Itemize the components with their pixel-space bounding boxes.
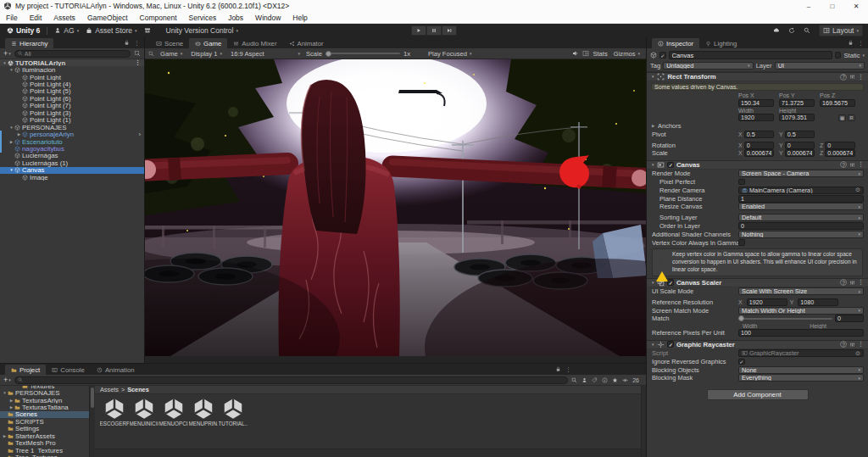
render-mode-dropdown[interactable]: Screen Space - Camera▾ bbox=[738, 170, 864, 177]
step-button[interactable] bbox=[442, 25, 457, 36]
plane-distance-field[interactable] bbox=[738, 195, 864, 203]
ignore-reversed-graphics-checkbox[interactable]: ✓ bbox=[738, 359, 745, 365]
active-checkbox[interactable]: ✓ bbox=[659, 52, 666, 59]
tab-lighting[interactable]: Lighting bbox=[699, 38, 743, 48]
search-by-label-icon[interactable] bbox=[592, 377, 598, 383]
scene-asset[interactable]: MENUINICIO bbox=[129, 398, 159, 426]
lock-icon[interactable] bbox=[555, 366, 561, 372]
help-icon[interactable]: ? bbox=[840, 161, 847, 168]
presets-icon[interactable] bbox=[849, 74, 855, 80]
scene-asset[interactable]: MENUPRIN... bbox=[188, 398, 218, 426]
project-search-input[interactable] bbox=[25, 377, 565, 383]
layout-dropdown[interactable]: Layout ▾ bbox=[819, 25, 863, 36]
screen-match-mode-dropdown[interactable]: Match Width Or Height▾ bbox=[738, 307, 864, 315]
pos-x-field[interactable] bbox=[738, 99, 774, 107]
static-checkbox[interactable] bbox=[835, 52, 842, 59]
foldout-icon[interactable]: ▼ bbox=[651, 75, 654, 79]
blueprint-mode-button[interactable]: ▦ bbox=[838, 114, 846, 121]
lock-icon[interactable] bbox=[124, 40, 130, 46]
lock-icon[interactable] bbox=[848, 40, 854, 46]
pos-y-field[interactable] bbox=[779, 99, 815, 107]
tab-inspector[interactable]: Inspector bbox=[652, 38, 699, 48]
create-asset-button[interactable]: +▾ bbox=[3, 376, 11, 384]
foldout-icon[interactable]: ▼ bbox=[2, 391, 8, 395]
hierarchy-search-input[interactable] bbox=[25, 51, 127, 57]
gizmos-dropdown[interactable]: Gizmos▾ bbox=[611, 50, 643, 58]
stats-toggle[interactable]: Stats bbox=[593, 50, 607, 58]
foldout-icon[interactable]: ▶ bbox=[16, 132, 22, 137]
asset-store-dropdown[interactable]: Asset Store ▾ bbox=[86, 26, 136, 35]
pause-button[interactable] bbox=[426, 25, 442, 36]
hierarchy-item[interactable]: Point Light (7) bbox=[0, 103, 144, 109]
archive-button[interactable] bbox=[144, 27, 151, 34]
breadcrumb-scenes[interactable]: Scenes bbox=[127, 386, 149, 393]
tab-game[interactable]: Game bbox=[189, 38, 227, 48]
tab-scene[interactable]: Scene bbox=[150, 38, 189, 48]
menu-assets[interactable]: Assets bbox=[47, 12, 81, 23]
component-menu-icon[interactable]: ⋮ bbox=[858, 74, 864, 81]
game-viewport[interactable] bbox=[145, 59, 646, 363]
slider-knob[interactable] bbox=[326, 51, 331, 57]
hierarchy-item[interactable]: Image bbox=[0, 174, 144, 181]
maximize-button[interactable]: □ bbox=[821, 0, 844, 12]
slider-knob[interactable] bbox=[738, 315, 744, 321]
play-focused-dropdown[interactable]: Play Focused▾ bbox=[426, 50, 475, 58]
rect-transform-header[interactable]: ▼ Rect Transform ? ⋮ bbox=[647, 72, 868, 81]
ui-scale-mode-dropdown[interactable]: Scale With Screen Size▾ bbox=[738, 287, 864, 295]
vertex-color-gamma-checkbox[interactable] bbox=[738, 239, 745, 246]
foldout-icon[interactable]: ▼ bbox=[8, 168, 14, 172]
gameobject-cube-icon[interactable] bbox=[650, 52, 657, 59]
hierarchy-item[interactable]: Point Light (4) bbox=[0, 81, 144, 87]
unity-hub-button[interactable]: Unity 6 bbox=[7, 26, 40, 35]
folder-item[interactable]: Tree_Textures bbox=[0, 454, 89, 457]
hierarchy-item-scene[interactable]: ▼ TUTORIALArlyn ⋮ bbox=[0, 59, 144, 66]
prefab-open-arrow[interactable]: › bbox=[138, 131, 141, 137]
frame-debugger-icon[interactable] bbox=[148, 51, 154, 57]
menu-window[interactable]: Window bbox=[249, 12, 287, 23]
hierarchy-item-prefab[interactable]: ▶ personajeArlyn › bbox=[0, 131, 144, 137]
canvas-component-header[interactable]: ▼ ✓ Canvas ? ⋮ bbox=[647, 160, 868, 170]
layer-dropdown[interactable]: UI▾ bbox=[775, 62, 865, 70]
account-dropdown[interactable]: AG ▾ bbox=[54, 26, 79, 35]
panel-menu-icon[interactable]: ⋮ bbox=[858, 40, 864, 47]
order-in-layer-field[interactable] bbox=[738, 222, 864, 230]
foldout-icon[interactable]: ▶ bbox=[8, 140, 14, 144]
match-value-field[interactable] bbox=[835, 315, 864, 322]
vsync-grid-icon[interactable] bbox=[582, 50, 589, 57]
component-enabled-checkbox[interactable]: ✓ bbox=[667, 341, 674, 348]
menu-file[interactable]: File bbox=[0, 12, 24, 23]
tab-hierarchy[interactable]: Hierarchy bbox=[5, 38, 53, 48]
scene-asset[interactable]: ESCOGERP... bbox=[99, 398, 129, 426]
hierarchy-item[interactable]: Point Light (3) bbox=[0, 109, 144, 116]
tab-project[interactable]: Project bbox=[5, 365, 46, 375]
tab-console[interactable]: Console bbox=[46, 365, 91, 375]
folder-item[interactable]: ▶TexturasArlyn bbox=[0, 397, 89, 404]
foldout-icon[interactable]: ▶ bbox=[2, 434, 8, 438]
pixel-perfect-checkbox[interactable] bbox=[738, 179, 745, 186]
tag-dropdown[interactable]: Untagged▾ bbox=[663, 62, 753, 70]
scale-z-field[interactable] bbox=[825, 149, 855, 157]
info-icon[interactable] bbox=[602, 377, 608, 383]
menu-jobs[interactable]: Jobs bbox=[222, 12, 249, 23]
rotation-z-field[interactable] bbox=[825, 142, 855, 149]
component-menu-icon[interactable]: ⋮ bbox=[858, 279, 864, 286]
rotation-x-field[interactable] bbox=[744, 142, 774, 149]
minimize-button[interactable]: – bbox=[797, 0, 821, 12]
scene-picking-icon[interactable] bbox=[134, 50, 141, 57]
blocking-mask-dropdown[interactable]: Everything▾ bbox=[738, 374, 864, 382]
search-by-type-icon[interactable] bbox=[571, 377, 577, 383]
menu-component[interactable]: Component bbox=[134, 12, 183, 23]
close-button[interactable]: ✕ bbox=[844, 0, 868, 12]
hierarchy-item-selected[interactable]: ▼ Canvas bbox=[0, 167, 144, 174]
foldout-icon[interactable]: ▼ bbox=[8, 125, 14, 130]
component-enabled-checkbox[interactable]: ✓ bbox=[667, 279, 674, 286]
panel-menu-icon[interactable]: ⋮ bbox=[565, 366, 571, 373]
panel-menu-icon[interactable]: ⋮ bbox=[134, 40, 140, 47]
foldout-icon[interactable]: ▼ bbox=[651, 163, 654, 167]
anchors-foldout[interactable]: ▶ Anchors bbox=[647, 122, 868, 131]
scrollbar-thumb[interactable] bbox=[91, 387, 94, 408]
play-button[interactable] bbox=[411, 25, 426, 36]
foldout-icon[interactable]: ▶ bbox=[8, 398, 14, 403]
help-icon[interactable]: ? bbox=[840, 74, 847, 81]
scale-y-field[interactable] bbox=[785, 149, 815, 157]
